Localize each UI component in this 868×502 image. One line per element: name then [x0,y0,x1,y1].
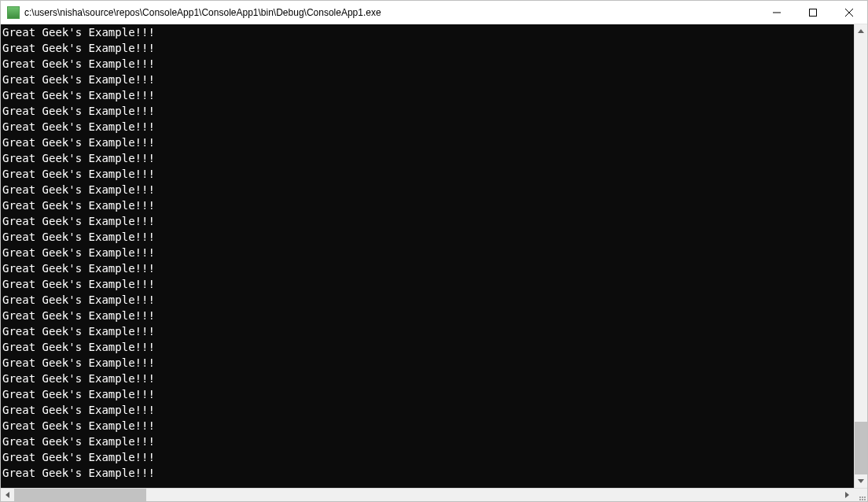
console-line: Great Geek's Example!!! [2,418,852,434]
arrow-left-icon [6,492,9,498]
console-line: Great Geek's Example!!! [2,323,852,339]
horizontal-scroll-thumb[interactable] [14,489,146,501]
console-line: Great Geek's Example!!! [2,56,852,72]
titlebar: c:\users\nisha\source\repos\ConsoleApp1\… [1,1,867,24]
maximize-button[interactable] [795,1,831,24]
scroll-left-button[interactable] [1,489,14,501]
console-line: Great Geek's Example!!! [2,150,852,166]
console-line: Great Geek's Example!!! [2,339,852,355]
console-line: Great Geek's Example!!! [2,229,852,245]
console-line: Great Geek's Example!!! [2,182,852,197]
arrow-down-icon [858,479,864,483]
window-title: c:\users\nisha\source\repos\ConsoleApp1\… [24,7,759,18]
console-line: Great Geek's Example!!! [2,308,852,323]
console-line: Great Geek's Example!!! [2,103,852,119]
svg-rect-1 [810,9,817,16]
scroll-down-button[interactable] [855,474,867,488]
vertical-scroll-track[interactable] [855,38,867,474]
arrow-up-icon [858,29,864,33]
console-line: Great Geek's Example!!! [2,276,852,292]
console-line: Great Geek's Example!!! [2,449,852,465]
console-area: Great Geek's Example!!!Great Geek's Exam… [1,24,867,501]
app-icon [7,6,20,19]
console-line: Great Geek's Example!!! [2,292,852,308]
console-line: Great Geek's Example!!! [2,40,852,56]
vertical-scrollbar[interactable] [854,24,867,488]
resize-grip[interactable] [854,489,867,502]
horizontal-scrollbar[interactable] [1,488,867,501]
scroll-right-button[interactable] [840,489,854,501]
console-line: Great Geek's Example!!! [2,24,852,40]
console-line: Great Geek's Example!!! [2,197,852,213]
console-line: Great Geek's Example!!! [2,135,852,150]
console-output[interactable]: Great Geek's Example!!!Great Geek's Exam… [1,24,854,488]
vertical-scroll-thumb[interactable] [855,422,867,474]
console-line: Great Geek's Example!!! [2,245,852,260]
horizontal-scroll-track[interactable] [14,489,840,501]
console-line: Great Geek's Example!!! [2,166,852,182]
console-line: Great Geek's Example!!! [2,119,852,135]
minimize-button[interactable] [759,1,795,24]
console-line: Great Geek's Example!!! [2,213,852,229]
console-line: Great Geek's Example!!! [2,355,852,371]
console-line: Great Geek's Example!!! [2,260,852,276]
console-line: Great Geek's Example!!! [2,434,852,449]
console-line: Great Geek's Example!!! [2,402,852,418]
close-button[interactable] [831,1,867,24]
console-line: Great Geek's Example!!! [2,386,852,402]
window-controls [759,1,867,24]
console-line: Great Geek's Example!!! [2,465,852,481]
scroll-up-button[interactable] [855,24,867,38]
arrow-right-icon [845,492,849,498]
console-line: Great Geek's Example!!! [2,87,852,103]
console-line: Great Geek's Example!!! [2,72,852,87]
console-line: Great Geek's Example!!! [2,371,852,386]
